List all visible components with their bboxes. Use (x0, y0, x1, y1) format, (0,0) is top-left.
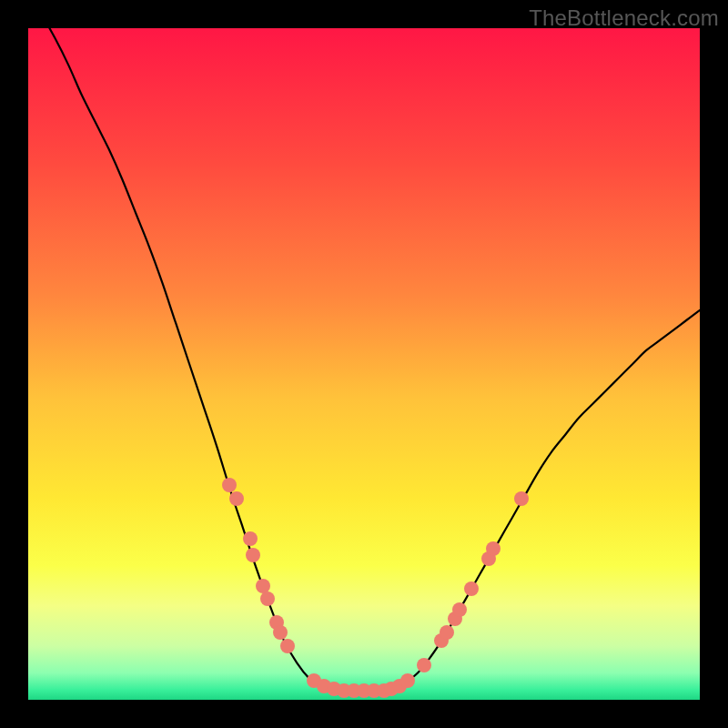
data-marker (229, 491, 244, 506)
data-marker (452, 602, 467, 617)
chart-svg (28, 28, 700, 700)
chart-frame: TheBottleneck.com (0, 0, 728, 728)
data-marker (246, 548, 260, 562)
watermark-text: TheBottleneck.com (529, 5, 719, 31)
data-marker (440, 625, 454, 640)
data-marker (280, 639, 295, 653)
data-marker (243, 531, 258, 546)
data-marker (222, 478, 237, 492)
data-marker (486, 541, 500, 556)
plot-area (28, 28, 700, 700)
data-marker (273, 625, 288, 640)
data-marker (400, 673, 415, 688)
data-marker (417, 658, 431, 672)
gradient-background (28, 28, 700, 700)
data-marker (514, 491, 529, 506)
data-marker (260, 592, 275, 606)
data-marker (256, 579, 270, 593)
data-marker (464, 581, 479, 596)
